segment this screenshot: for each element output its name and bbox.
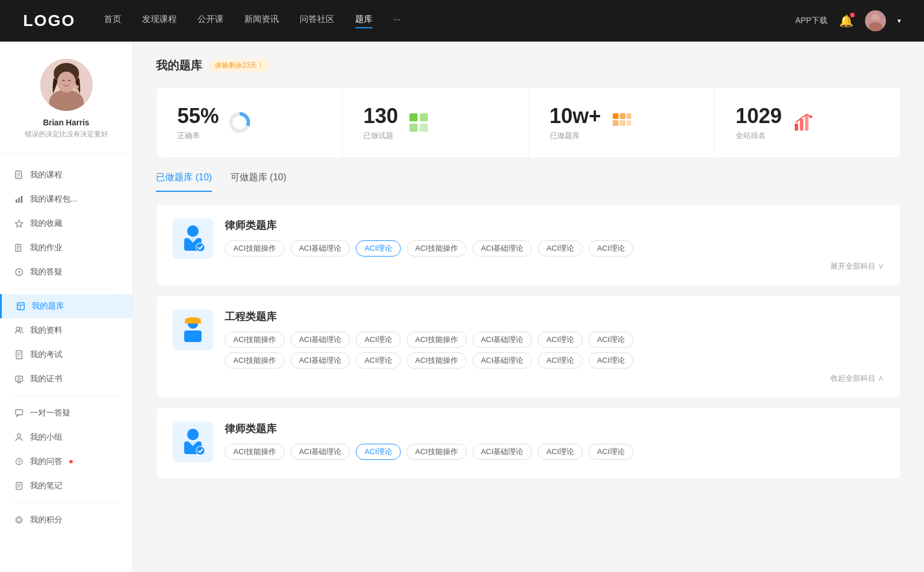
questions-dot — [69, 460, 73, 463]
sidebar-item-my-notes[interactable]: 我的笔记 — [0, 474, 132, 498]
nav-link-bank[interactable]: 题库 — [355, 14, 372, 28]
bank-card-2-header: 工程类题库 ACI技能操作 ACI基础理论 ACI理论 ACI技能操作 ACI基… — [173, 310, 884, 384]
bank-2-tag-r1-5[interactable]: ACI理论 — [538, 332, 583, 348]
edit-icon — [14, 243, 24, 253]
bank-1-tag-4[interactable]: ACI基础理论 — [472, 240, 532, 257]
bank-3-tag-6[interactable]: ACI理论 — [588, 444, 634, 460]
sidebar-item-my-exam[interactable]: 我的考试 — [0, 343, 132, 367]
svg-text:?: ? — [18, 459, 21, 465]
user-dropdown-icon[interactable]: ▾ — [897, 17, 901, 25]
bank-3-tag-5[interactable]: ACI理论 — [538, 444, 583, 460]
svg-point-34 — [17, 434, 21, 437]
bank-2-tag-r2-6[interactable]: ACI理论 — [588, 352, 634, 369]
nav-link-home[interactable]: 首页 — [104, 14, 121, 28]
sidebar-label-my-course-package: 我的课程包... — [30, 194, 77, 205]
main-layout: Brian Harris 错误的决定比没有决定要好 我的课程 我的课程包... — [0, 42, 924, 572]
bank-card-3: 律师类题库 ACI技能操作 ACI基础理论 ACI理论 ACI技能操作 ACI基… — [156, 407, 901, 479]
bank-2-tag-r1-1[interactable]: ACI基础理论 — [290, 332, 351, 348]
nav-link-qa[interactable]: 问答社区 — [300, 14, 334, 28]
user-avatar[interactable] — [865, 10, 886, 31]
stats-container: 55% 正确率 130 已做试题 — [156, 87, 901, 158]
user-group-icon — [14, 325, 24, 336]
svg-rect-46 — [409, 113, 418, 121]
bank-3-tag-2[interactable]: ACI理论 — [356, 444, 401, 460]
profile-avatar — [40, 59, 92, 111]
bank-2-tag-r2-2[interactable]: ACI理论 — [356, 352, 401, 369]
bank-2-tag-r1-0[interactable]: ACI技能操作 — [225, 332, 285, 348]
sidebar-item-my-certificate[interactable]: 我的证书 — [0, 367, 132, 391]
bank-2-icon — [173, 310, 213, 350]
svg-point-42 — [17, 518, 21, 522]
bank-2-tag-r2-4[interactable]: ACI基础理论 — [472, 352, 532, 369]
sidebar-item-my-group[interactable]: 我的小组 — [0, 425, 132, 450]
sidebar-divider-2 — [14, 396, 118, 396]
svg-rect-49 — [420, 124, 428, 132]
sidebar-label-my-points: 我的积分 — [30, 515, 62, 525]
bank-2-tag-r1-6[interactable]: ACI理论 — [588, 332, 634, 348]
bank-2-tag-r2-5[interactable]: ACI理论 — [538, 352, 583, 369]
navbar: LOGO 首页 发现课程 公开课 新闻资讯 问答社区 题库 ··· APP下载 … — [0, 0, 924, 42]
sidebar-label-my-homework: 我的作业 — [30, 243, 62, 253]
nav-link-discover[interactable]: 发现课程 — [142, 14, 177, 28]
sidebar-item-my-question-bank[interactable]: 我的题库 — [0, 294, 132, 318]
stat-accuracy-number: 55% — [177, 104, 219, 128]
sidebar: Brian Harris 错误的决定比没有决定要好 我的课程 我的课程包... — [0, 42, 133, 572]
bank-2-expand[interactable]: 收起全部科目 ∧ — [225, 373, 884, 384]
nav-right: APP下载 🔔 ▾ — [795, 10, 901, 31]
sidebar-item-my-course-package[interactable]: 我的课程包... — [0, 187, 132, 211]
nav-link-opencourse[interactable]: 公开课 — [198, 14, 223, 28]
sidebar-menu: 我的课程 我的课程包... 我的收藏 我的作业 — [0, 154, 132, 541]
bank-3-tag-3[interactable]: ACI技能操作 — [407, 444, 467, 460]
stat-done-questions: 130 已做试题 — [342, 88, 528, 157]
bank-3-tag-1[interactable]: ACI基础理论 — [290, 444, 351, 460]
sidebar-label-my-course: 我的课程 — [30, 170, 62, 180]
sidebar-item-my-profile[interactable]: 我的资料 — [0, 318, 132, 343]
bank-3-tag-4[interactable]: ACI基础理论 — [472, 444, 532, 460]
svg-point-71 — [196, 447, 204, 455]
svg-rect-58 — [805, 116, 808, 131]
bank-2-tag-r2-1[interactable]: ACI基础理论 — [290, 352, 351, 369]
bank-card-3-header: 律师类题库 ACI技能操作 ACI基础理论 ACI理论 ACI技能操作 ACI基… — [173, 422, 884, 465]
bank-1-tag-0[interactable]: ACI技能操作 — [225, 240, 285, 257]
notification-bell[interactable]: 🔔 — [839, 14, 854, 28]
svg-point-68 — [187, 429, 199, 440]
bank-1-tag-6[interactable]: ACI理论 — [588, 240, 634, 257]
bank-2-tag-r1-2[interactable]: ACI理论 — [356, 332, 401, 348]
sidebar-item-my-homework[interactable]: 我的作业 — [0, 236, 132, 260]
stat-site-rank: 1029 全站排名 — [715, 88, 900, 157]
stat-site-rank-label: 全站排名 — [736, 131, 782, 141]
bank-1-tag-5[interactable]: ACI理论 — [538, 240, 583, 257]
bank-2-tag-r1-3[interactable]: ACI技能操作 — [407, 332, 467, 348]
sidebar-label-my-questions: 我的问答 — [30, 456, 62, 467]
tab-done-banks[interactable]: 已做题库 (10) — [156, 172, 212, 192]
bank-1-tag-3[interactable]: ACI技能操作 — [407, 240, 467, 257]
sidebar-item-my-course[interactable]: 我的课程 — [0, 163, 132, 187]
svg-point-63 — [196, 243, 204, 251]
bank-2-tag-r1-4[interactable]: ACI基础理论 — [472, 332, 532, 348]
stat-site-rank-number: 1029 — [736, 104, 782, 128]
svg-rect-22 — [17, 303, 24, 310]
question-icon: ? — [14, 267, 24, 277]
sidebar-item-my-favorites[interactable]: 我的收藏 — [0, 211, 132, 236]
sidebar-item-my-qa[interactable]: ? 我的答疑 — [0, 260, 132, 284]
bank-1-tag-1[interactable]: ACI基础理论 — [290, 240, 351, 257]
bank-3-tags: ACI技能操作 ACI基础理论 ACI理论 ACI技能操作 ACI基础理论 AC… — [225, 444, 884, 460]
sidebar-item-my-points[interactable]: 我的积分 — [0, 508, 132, 532]
page-header: 我的题库 体验剩余23天！ — [156, 58, 901, 73]
app-download-link[interactable]: APP下载 — [795, 16, 828, 26]
sidebar-item-my-questions[interactable]: ? 我的问答 — [0, 450, 132, 474]
bank-card-1-header: 律师类题库 ACI技能操作 ACI基础理论 ACI理论 ACI技能操作 ACI基… — [173, 218, 884, 272]
bank-1-tag-2[interactable]: ACI理论 — [356, 240, 401, 257]
trial-badge: 体验剩余23天！ — [209, 59, 270, 72]
document-icon — [14, 170, 24, 180]
bank-3-tag-0[interactable]: ACI技能操作 — [225, 444, 285, 460]
bank-1-expand[interactable]: 展开全部科目 ∨ — [225, 261, 884, 272]
nav-link-news[interactable]: 新闻资讯 — [244, 14, 279, 28]
sidebar-label-my-certificate: 我的证书 — [30, 374, 62, 384]
bank-2-tag-r2-3[interactable]: ACI技能操作 — [407, 352, 467, 369]
sidebar-item-one-on-one[interactable]: 一对一答疑 — [0, 401, 132, 425]
nav-link-more[interactable]: ··· — [393, 14, 401, 28]
tab-available-banks[interactable]: 可做题库 (10) — [230, 172, 286, 192]
svg-rect-54 — [620, 120, 625, 126]
bank-2-tag-r2-0[interactable]: ACI技能操作 — [225, 352, 285, 369]
